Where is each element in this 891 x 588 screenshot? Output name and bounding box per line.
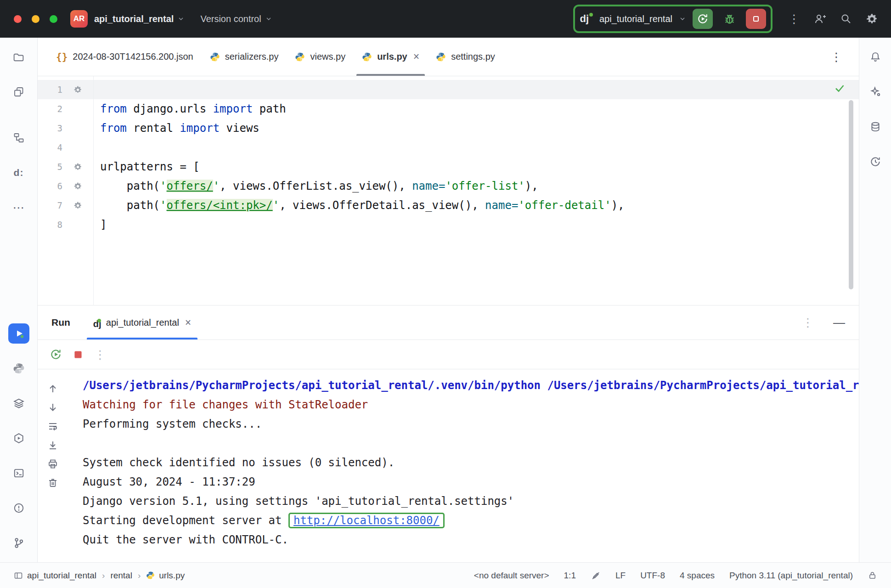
code-line-4[interactable]: [94, 138, 859, 157]
editor-scrollbar[interactable]: [849, 100, 853, 289]
console-options-icon[interactable]: ⋮: [94, 349, 106, 361]
breadcrumb-file[interactable]: urls.py: [159, 571, 185, 581]
statusbar: api_tutorial_rental › rental › urls.py <…: [0, 562, 891, 588]
code-line-7[interactable]: path('offers/<int:pk>/', views.OfferDeta…: [94, 196, 859, 215]
line-number: 7: [38, 200, 62, 210]
notifications-tool-button[interactable]: [865, 47, 886, 67]
run-tab-label: api_tutorial_rental: [106, 317, 179, 328]
search-icon[interactable]: [840, 13, 852, 25]
version-control-widget[interactable]: Version control: [200, 14, 272, 24]
console-line: [83, 434, 859, 453]
right-toolwindow-bar: [859, 38, 891, 562]
interpreter-widget[interactable]: Python 3.11 (api_tutorial_rental): [729, 571, 853, 581]
play-icon: [13, 328, 25, 339]
code-line-6[interactable]: path('offers/', views.OfferList.as_view(…: [94, 176, 859, 196]
stop-button[interactable]: [746, 9, 766, 29]
python-icon: [295, 52, 305, 62]
console-output[interactable]: /Users/jetbrains/PycharmProjects/api_tut…: [68, 369, 859, 562]
code-line-8[interactable]: ]: [94, 215, 859, 234]
close-window-button[interactable]: [14, 15, 22, 23]
minimize-panel-icon[interactable]: —: [833, 316, 845, 330]
version-control-tool-button[interactable]: [8, 533, 29, 553]
tab-serializers.py[interactable]: serializers.py: [202, 38, 287, 76]
structure-tool-button[interactable]: [8, 128, 29, 148]
scroll-to-end-icon[interactable]: [47, 440, 58, 451]
chevron-down-icon[interactable]: [679, 15, 686, 23]
ai-assistant-tool-button[interactable]: [865, 82, 886, 102]
services-tool-button[interactable]: [8, 428, 29, 448]
editor-tabbar: {}2024-08-30T142156.200.jsonserializers.…: [38, 38, 859, 76]
line-separator-widget[interactable]: LF: [615, 571, 626, 581]
print-icon[interactable]: [47, 458, 58, 469]
read-only-icon[interactable]: [591, 571, 601, 581]
soft-wrap-icon[interactable]: [47, 421, 58, 432]
tab-options-icon[interactable]: ⋮: [830, 51, 842, 63]
database-tool-button[interactable]: [865, 117, 886, 137]
up-arrow-icon[interactable]: [47, 383, 58, 394]
more-toolwindows-button[interactable]: ⋯: [8, 198, 29, 218]
code-line-3[interactable]: from rental import views: [94, 119, 859, 138]
gutter-gear-icon[interactable]: [73, 182, 82, 191]
lock-icon[interactable]: [868, 571, 877, 580]
console-line: Watching for file changes with StatReloa…: [83, 395, 859, 414]
gutter-gear-icon[interactable]: [73, 201, 82, 210]
breadcrumb-separator: ›: [136, 571, 142, 581]
line-number: 3: [38, 123, 62, 133]
line-number: 1: [38, 85, 62, 95]
indent-widget[interactable]: 4 spaces: [680, 571, 715, 581]
close-tab-icon[interactable]: ×: [413, 51, 419, 63]
close-run-tab-icon[interactable]: ×: [185, 317, 191, 329]
tab-views.py[interactable]: views.py: [287, 38, 354, 76]
left-toolwindow-bar: d: ⋯: [0, 38, 38, 562]
editor-code-area[interactable]: from django.urls import pathfrom rental …: [94, 76, 859, 305]
breadcrumb-package[interactable]: rental: [110, 571, 132, 581]
gutter-gear-icon[interactable]: [73, 163, 82, 171]
rerun-icon[interactable]: [50, 348, 62, 361]
debug-button[interactable]: [719, 9, 739, 29]
add-user-icon[interactable]: [814, 13, 826, 25]
more-options-icon[interactable]: ⋮: [788, 13, 800, 25]
bell-icon: [869, 51, 881, 63]
copy-icon: [13, 86, 25, 98]
gutter-gear-icon[interactable]: [73, 85, 82, 94]
clear-trash-icon[interactable]: [47, 477, 58, 488]
localhost-link[interactable]: http://localhost:8000/: [288, 513, 445, 528]
tab-settings.py[interactable]: settings.py: [428, 38, 503, 76]
chevron-down-icon: [265, 15, 272, 23]
terminal-tool-button[interactable]: [8, 463, 29, 483]
python-icon: [13, 362, 25, 374]
code-line-2[interactable]: from django.urls import path: [94, 99, 859, 119]
stop-icon[interactable]: [72, 349, 84, 361]
encoding-widget[interactable]: UTF-8: [640, 571, 665, 581]
breadcrumb-project[interactable]: api_tutorial_rental: [27, 571, 96, 581]
fullscreen-window-button[interactable]: [50, 15, 57, 23]
console-line: Quit the server with CONTROL-C.: [83, 530, 859, 549]
line-number: 6: [38, 181, 62, 191]
dependencies-tool-button[interactable]: d:: [8, 163, 29, 183]
default-server-widget[interactable]: <no default server>: [474, 571, 549, 581]
project-tool-button[interactable]: [8, 47, 29, 67]
minimize-window-button[interactable]: [32, 15, 39, 23]
code-line-5[interactable]: urlpatterns = [: [94, 157, 859, 176]
tab-2024-08-30T142156.200.json[interactable]: {}2024-08-30T142156.200.json: [48, 38, 202, 76]
rerun-button[interactable]: [693, 9, 713, 29]
problems-tool-button[interactable]: [8, 498, 29, 518]
python-packages-tool-button[interactable]: [8, 358, 29, 379]
gear-icon[interactable]: [866, 13, 878, 25]
down-arrow-icon[interactable]: [47, 402, 58, 413]
code-line-1[interactable]: [94, 80, 859, 99]
commit-tool-button[interactable]: [8, 82, 29, 102]
code-editor[interactable]: 12345678 from django.urls import pathfro…: [38, 76, 859, 305]
inspections-ok-icon[interactable]: [834, 83, 845, 94]
caret-position-widget[interactable]: 1:1: [564, 571, 576, 581]
pycharm-window: AR api_tutorial_rental Version control d…: [0, 0, 891, 588]
project-widget[interactable]: api_tutorial_rental: [94, 14, 185, 24]
run-tool-button[interactable]: [8, 323, 29, 344]
python-console-tool-button[interactable]: [8, 393, 29, 413]
line-number: 2: [38, 104, 62, 114]
run-tab[interactable]: dj api_tutorial_rental ×: [86, 305, 198, 339]
tab-urls.py[interactable]: urls.py×: [354, 38, 428, 76]
run-config-name[interactable]: api_tutorial_rental: [599, 14, 672, 24]
history-tool-button[interactable]: [865, 152, 886, 172]
run-options-icon[interactable]: ⋮: [802, 317, 814, 328]
